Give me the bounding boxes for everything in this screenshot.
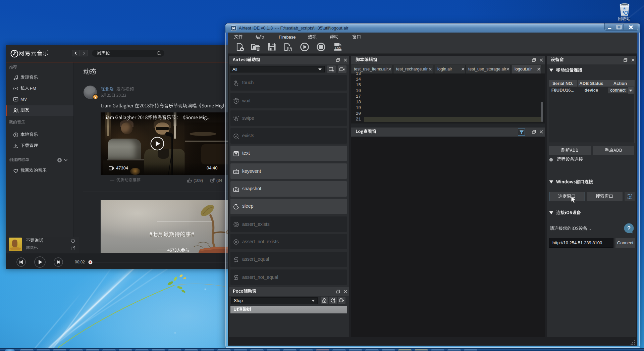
svg-text:?: ? [627,225,631,232]
svg-text:LOG: LOG [335,47,340,50]
